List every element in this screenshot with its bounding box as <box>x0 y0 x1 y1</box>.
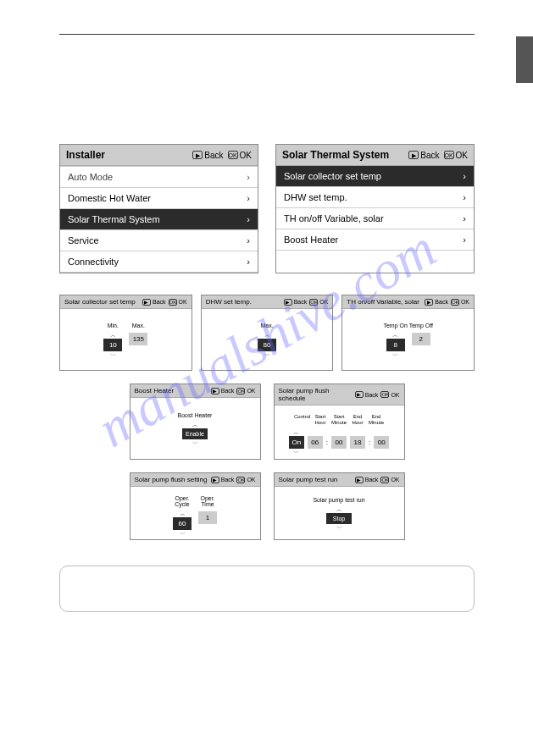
panel-th-variable: TH on/off Variable, solar ▶BackOKOK Temp… <box>341 295 475 371</box>
chevron-up-icon[interactable]: ︿ <box>336 507 342 511</box>
back-icon: ▶ <box>284 299 292 306</box>
panel-header: Installer ▶Back OKOK <box>60 145 258 166</box>
chevron-down-icon[interactable]: ﹀ <box>293 450 299 455</box>
chevron-down-icon[interactable]: ﹀ <box>180 532 186 536</box>
ok-button[interactable]: OKOK <box>236 388 255 395</box>
ok-button[interactable]: OKOK <box>451 299 469 306</box>
ok-button[interactable]: OKOK <box>380 477 399 483</box>
back-button[interactable]: ▶Back <box>408 151 439 160</box>
ok-button[interactable]: OKOK <box>228 151 252 160</box>
chevron-up-icon[interactable]: ︿ <box>192 422 198 427</box>
value-end-hour[interactable]: 18 <box>350 436 365 449</box>
menu-item[interactable]: TH on/off Variable, solar› <box>276 208 474 229</box>
ok-button[interactable]: OKOK <box>169 299 187 306</box>
chevron-up-icon[interactable]: ︿ <box>180 511 186 516</box>
back-icon: ▶ <box>211 477 219 483</box>
panel-collector-set-temp: Solar collector set temp ▶BackOKOK Min.M… <box>59 295 192 371</box>
ok-button[interactable]: OKOK <box>236 477 255 483</box>
back-button[interactable]: ▶Back <box>355 477 379 483</box>
ok-icon: OK <box>380 391 389 398</box>
ok-icon: OK <box>444 151 454 159</box>
value-control[interactable]: On <box>289 436 304 449</box>
menu-item-selected[interactable]: Solar Thermal System› <box>60 209 258 230</box>
ok-icon: OK <box>169 299 177 306</box>
chevron-right-icon: › <box>463 213 466 223</box>
back-button[interactable]: ▶Back <box>425 299 448 306</box>
value-start-min[interactable]: 00 <box>331 436 347 449</box>
chevron-down-icon[interactable]: ﹀ <box>192 441 198 445</box>
back-button[interactable]: ▶Back <box>211 388 235 395</box>
panel-dhw-set-temp: DHW set temp. ▶BackOKOK Max. ︿80﹀ <box>201 295 334 371</box>
chevron-right-icon: › <box>247 172 250 182</box>
chevron-up-icon[interactable]: ︿ <box>110 333 116 337</box>
panel-header: TH on/off Variable, solar ▶BackOKOK <box>342 295 474 309</box>
ok-button[interactable]: OKOK <box>309 299 328 306</box>
value-boost[interactable]: Enable <box>182 428 208 439</box>
ok-button[interactable]: OKOK <box>380 391 399 398</box>
menu-item[interactable]: Service› <box>60 230 258 251</box>
chevron-right-icon: › <box>247 257 250 267</box>
note-box <box>59 566 475 612</box>
chevron-up-icon[interactable]: ︿ <box>392 333 398 337</box>
chevron-right-icon: › <box>463 192 466 202</box>
chevron-down-icon[interactable]: ﹀ <box>110 353 116 357</box>
chevron-right-icon: › <box>463 235 466 245</box>
horizontal-rule <box>59 34 475 35</box>
ok-icon: OK <box>236 477 245 483</box>
page-content: Installer ▶Back OKOK Auto Mode› Domestic… <box>59 144 475 612</box>
menu-item[interactable]: Connectivity› <box>60 251 258 273</box>
back-button[interactable]: ▶Back <box>192 151 223 160</box>
back-icon: ▶ <box>142 299 151 306</box>
menu-item[interactable]: Domestic Hot Water› <box>60 188 258 209</box>
chevron-down-icon[interactable]: ﹀ <box>392 353 398 357</box>
value-test[interactable]: Stop <box>326 513 352 524</box>
menu-item[interactable]: DHW set temp.› <box>276 187 474 208</box>
panel-header: Solar Thermal System ▶Back OKOK <box>276 145 474 166</box>
panel-title: Solar Thermal System <box>282 149 389 161</box>
chevron-right-icon: › <box>247 193 250 203</box>
panel-header: Boost Heater ▶BackOKOK <box>130 384 260 398</box>
ok-icon: OK <box>236 388 245 395</box>
chevron-up-icon[interactable]: ︿ <box>264 333 270 337</box>
value-max[interactable]: 135 <box>129 333 147 345</box>
ok-icon: OK <box>380 477 389 483</box>
chevron-right-icon: › <box>463 171 466 181</box>
menu-item-selected[interactable]: Solar collector set temp› <box>276 166 474 187</box>
back-button[interactable]: ▶Back <box>142 299 166 306</box>
value-cycle[interactable]: 60 <box>173 517 192 530</box>
panel-header: Solar pump flush schedule ▶BackOKOK <box>275 384 404 406</box>
panel-boost-heater: Boost Heater ▶BackOKOK Boost Heater ︿Ena… <box>130 384 261 460</box>
back-button[interactable]: ▶Back <box>355 391 379 398</box>
value-temp-on[interactable]: 8 <box>386 339 405 351</box>
back-icon: ▶ <box>425 299 433 306</box>
value-time[interactable]: 1 <box>198 511 217 524</box>
panel-flush-setting: Solar pump flush setting ▶BackOKOK Oper.… <box>130 472 261 540</box>
back-button[interactable]: ▶Back <box>284 299 308 306</box>
value-start-hour[interactable]: 06 <box>308 436 323 449</box>
back-icon: ▶ <box>192 151 203 159</box>
back-icon: ▶ <box>211 388 219 395</box>
menu-solar-thermal: Solar Thermal System ▶Back OKOK Solar co… <box>275 144 475 273</box>
back-icon: ▶ <box>408 151 419 159</box>
panel-header: Solar pump flush setting ▶BackOKOK <box>130 473 260 487</box>
chevron-down-icon[interactable]: ﹀ <box>264 353 270 357</box>
chevron-down-icon[interactable]: ﹀ <box>336 526 342 530</box>
value-min[interactable]: 10 <box>103 339 122 351</box>
panel-title: Installer <box>66 149 105 161</box>
value-max[interactable]: 80 <box>258 339 276 351</box>
value-temp-off[interactable]: 2 <box>412 333 430 345</box>
back-button[interactable]: ▶Back <box>211 477 235 483</box>
ok-icon: OK <box>309 299 318 306</box>
panel-header: Solar collector set temp ▶BackOKOK <box>60 295 192 309</box>
ok-icon: OK <box>451 299 459 306</box>
ok-icon: OK <box>228 151 238 159</box>
chevron-up-icon[interactable]: ︿ <box>293 430 299 434</box>
ok-button[interactable]: OKOK <box>444 151 468 160</box>
menu-item[interactable]: Boost Heater› <box>276 229 474 251</box>
back-icon: ▶ <box>355 391 364 398</box>
menu-item[interactable]: Auto Mode› <box>60 166 258 188</box>
value-end-min[interactable]: 00 <box>374 436 389 449</box>
chevron-right-icon: › <box>247 214 250 224</box>
page-side-tab <box>516 36 533 83</box>
chevron-right-icon: › <box>247 235 250 246</box>
